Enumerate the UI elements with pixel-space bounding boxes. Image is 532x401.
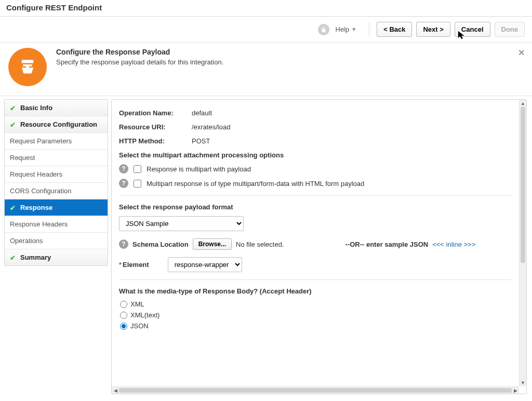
page-title: Configure REST Endpoint — [0, 0, 532, 17]
divider — [369, 22, 369, 37]
banner-subtitle: Specify the response payload details for… — [56, 58, 223, 66]
sidebar-item-label: Request — [10, 154, 35, 162]
main-panel: Operation Name: default Resource URI: /e… — [111, 99, 527, 394]
radio-input-xml[interactable] — [120, 301, 127, 308]
sidebar-item-operations[interactable]: Operations — [5, 233, 108, 249]
payload-icon — [8, 48, 47, 86]
close-icon[interactable]: ✕ — [518, 48, 525, 58]
radio-json[interactable]: JSON — [120, 322, 512, 330]
radio-input-json[interactable] — [120, 323, 127, 330]
inline-json-link[interactable]: <<< inline >>> — [432, 240, 475, 248]
vertical-scrollbar[interactable]: ▲ ▼ — [519, 100, 526, 386]
toolbar: Help ▼ < Back Next > Cancel Done — [0, 17, 532, 42]
sidebar-item-label: Basic Info — [20, 104, 52, 112]
radio-label: XML(text) — [130, 311, 159, 319]
sidebar-item-label: Operations — [10, 237, 43, 245]
horizontal-scrollbar[interactable]: ◀ ▶ — [112, 386, 519, 394]
multipart-formdata-checkbox[interactable] — [134, 180, 141, 188]
radio-xml[interactable]: XML — [120, 300, 512, 308]
sidebar-item-label: Response — [20, 204, 52, 211]
element-label: *Element — [119, 261, 149, 269]
sidebar-item-request[interactable]: Request — [5, 150, 108, 166]
done-button: Done — [495, 22, 525, 37]
multipart-section-label: Select the multipart attachment processi… — [119, 151, 512, 159]
radio-input-xml-text[interactable] — [120, 312, 127, 319]
payload-format-select[interactable]: JSON Sample — [119, 216, 244, 231]
resource-uri-label: Resource URI: — [119, 123, 192, 131]
help-menu[interactable]: Help ▼ — [336, 25, 357, 33]
check-icon: ✔ — [10, 254, 17, 261]
wizard-sidebar: ✔ Basic Info ✔ Resource Configuration Re… — [4, 99, 108, 266]
sidebar-item-request-parameters[interactable]: Request Parameters — [5, 133, 108, 150]
chevron-down-icon: ▼ — [351, 26, 356, 32]
payload-format-label: Select the response payload format — [119, 203, 512, 211]
element-select[interactable]: response-wrapper — [168, 257, 242, 272]
http-method-label: HTTP Method: — [119, 137, 192, 145]
next-button[interactable]: Next > — [416, 22, 450, 37]
lock-icon — [318, 24, 329, 35]
help-icon[interactable]: ? — [119, 239, 128, 249]
divider — [119, 195, 512, 196]
sidebar-item-summary[interactable]: ✔ Summary — [5, 249, 108, 265]
radio-label: XML — [130, 300, 144, 308]
help-icon[interactable]: ? — [119, 164, 128, 173]
sidebar-item-resource-configuration[interactable]: ✔ Resource Configuration — [5, 116, 108, 133]
sidebar-item-label: Request Parameters — [10, 137, 72, 145]
svg-rect-0 — [22, 60, 34, 63]
scroll-thumb[interactable] — [521, 107, 525, 263]
scroll-thumb[interactable] — [119, 388, 512, 393]
sidebar-item-response-headers[interactable]: Response Headers — [5, 216, 108, 233]
sidebar-item-label: CORS Configuration — [10, 187, 72, 195]
sidebar-item-cors-configuration[interactable]: CORS Configuration — [5, 183, 108, 199]
resource-uri-value: /exrates/load — [192, 123, 230, 131]
check-icon: ✔ — [10, 104, 17, 112]
browse-button[interactable]: Browse... — [193, 238, 232, 250]
sidebar-item-basic-info[interactable]: ✔ Basic Info — [5, 100, 108, 116]
sidebar-item-label: Response Headers — [10, 220, 68, 228]
sidebar-item-label: Request Headers — [10, 170, 62, 178]
svg-point-1 — [26, 65, 29, 68]
help-label: Help — [336, 25, 350, 33]
cancel-button[interactable]: Cancel — [455, 22, 490, 37]
multipart-payload-checkbox[interactable] — [134, 165, 141, 173]
media-type-label: What is the media-type of Response Body?… — [119, 287, 512, 295]
scroll-left-icon[interactable]: ◀ — [112, 387, 119, 394]
banner: Configure the Response Payload Specify t… — [0, 42, 532, 96]
divider — [119, 279, 512, 280]
sidebar-item-response[interactable]: ✔ Response — [5, 199, 108, 216]
sidebar-item-label: Summary — [20, 253, 51, 261]
check-icon: ✔ — [10, 121, 17, 128]
or-label: --OR-- enter sample JSON — [345, 240, 429, 248]
back-button[interactable]: < Back — [377, 22, 412, 37]
radio-xml-text[interactable]: XML(text) — [120, 311, 512, 319]
operation-name-label: Operation Name: — [119, 109, 192, 117]
http-method-value: POST — [192, 137, 210, 145]
scroll-down-icon[interactable]: ▼ — [520, 379, 526, 386]
scroll-right-icon[interactable]: ▶ — [512, 387, 519, 394]
help-icon[interactable]: ? — [119, 179, 128, 188]
schema-location-label: Schema Location — [132, 240, 189, 248]
sidebar-item-label: Resource Configuration — [20, 121, 97, 128]
multipart-payload-label: Response is multipart with payload — [147, 165, 251, 173]
banner-title: Configure the Response Payload — [56, 48, 223, 56]
sidebar-item-request-headers[interactable]: Request Headers — [5, 166, 108, 183]
operation-name-value: default — [192, 109, 212, 117]
radio-label: JSON — [130, 322, 149, 330]
scroll-up-icon[interactable]: ▲ — [520, 100, 526, 107]
multipart-formdata-label: Multipart response is of type multipart/… — [147, 180, 364, 188]
no-file-label: No file selected. — [236, 240, 284, 248]
check-icon: ✔ — [10, 204, 17, 211]
